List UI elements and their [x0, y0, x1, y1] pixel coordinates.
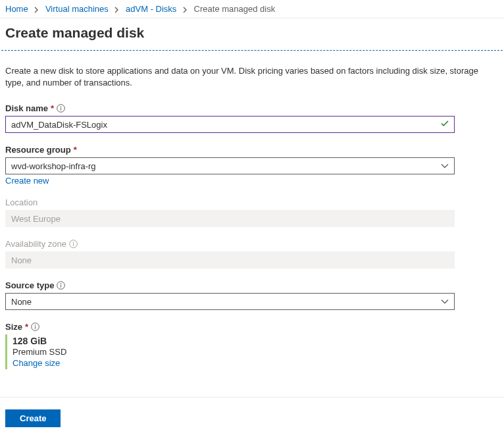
info-icon[interactable]	[31, 323, 39, 331]
svg-rect-5	[73, 244, 74, 246]
intro-text: Create a new disk to store applications …	[5, 65, 479, 89]
checkmark-icon	[440, 119, 449, 130]
required-indicator: *	[25, 322, 28, 332]
page-title: Create managed disk	[5, 25, 504, 41]
required-indicator: *	[74, 145, 77, 155]
source-type-value: None	[11, 297, 32, 307]
location-value: West Europe	[11, 214, 61, 224]
resource-group-label: Resource group	[5, 145, 71, 155]
disk-name-input[interactable]	[5, 116, 455, 133]
availability-zone-value: None	[11, 255, 32, 265]
field-size: Size * 128 GiB Premium SSD Change size	[5, 322, 499, 369]
resource-group-value: wvd-workshop-infra-rg	[11, 161, 96, 171]
svg-point-7	[61, 284, 62, 285]
disk-name-label: Disk name	[5, 103, 48, 113]
breadcrumb-home[interactable]: Home	[5, 4, 28, 14]
svg-point-4	[73, 242, 74, 244]
info-icon[interactable]	[69, 240, 78, 248]
size-value: 128 GiB	[13, 336, 499, 346]
info-icon[interactable]	[57, 104, 65, 113]
breadcrumb-virtual-machines[interactable]: Virtual machines	[45, 4, 109, 14]
svg-rect-2	[61, 108, 61, 111]
chevron-down-icon	[441, 161, 449, 171]
size-label: Size	[5, 322, 22, 332]
resource-group-select[interactable]: wvd-workshop-infra-rg	[5, 157, 455, 174]
change-size-link[interactable]: Change size	[13, 358, 60, 368]
source-type-select[interactable]: None	[5, 293, 455, 310]
breadcrumb-current: Create managed disk	[194, 4, 276, 14]
field-location: Location West Europe	[5, 197, 499, 227]
field-availability-zone: Availability zone None	[5, 239, 499, 269]
field-disk-name: Disk name *	[5, 103, 499, 133]
availability-zone-label: Availability zone	[5, 239, 66, 249]
breadcrumb: Home Virtual machines adVM - Disks Creat…	[0, 0, 504, 18]
location-label: Location	[5, 197, 38, 207]
field-resource-group: Resource group * wvd-workshop-infra-rg C…	[5, 145, 499, 186]
chevron-down-icon	[441, 297, 449, 307]
size-tier: Premium SSD	[13, 347, 499, 357]
field-source-type: Source type None	[5, 280, 499, 310]
chevron-right-icon	[34, 7, 39, 13]
svg-point-10	[35, 325, 36, 326]
info-icon[interactable]	[57, 281, 65, 290]
availability-zone-value-box: None	[5, 251, 455, 269]
chevron-right-icon	[183, 7, 188, 13]
chevron-right-icon	[114, 7, 119, 13]
size-summary: 128 GiB Premium SSD Change size	[5, 334, 499, 369]
source-type-label: Source type	[5, 280, 54, 290]
svg-rect-11	[35, 326, 36, 329]
create-new-rg-link[interactable]: Create new	[5, 176, 49, 186]
location-value-box: West Europe	[5, 210, 455, 227]
divider-dashed	[1, 50, 503, 51]
create-button[interactable]: Create	[5, 409, 61, 427]
svg-point-1	[61, 107, 62, 108]
svg-rect-8	[61, 285, 61, 288]
breadcrumb-vm-disks[interactable]: adVM - Disks	[126, 4, 176, 14]
required-indicator: *	[51, 103, 54, 113]
divider-footer	[0, 397, 504, 398]
